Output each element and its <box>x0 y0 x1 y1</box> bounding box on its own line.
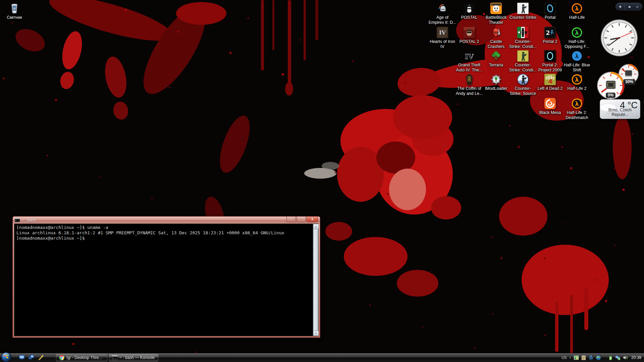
minimize-button[interactable]: — <box>286 217 296 222</box>
desktop-icon-half-life[interactable]: λHalf-Life <box>564 3 590 20</box>
clock-gadget[interactable] <box>600 19 638 57</box>
desktop-icon-age-of-empires[interactable]: Age ofEmpires II: D... <box>429 3 455 25</box>
desktop-icon-portal-2[interactable]: 2Portal 2 <box>537 27 563 44</box>
counter-strike-icon <box>517 3 529 14</box>
half-life-2-icon: λ2 <box>571 74 583 85</box>
desktop-icon-battleblock-theater[interactable]: BattleBlockTheater <box>483 3 509 25</box>
desktop-icon-left-4-dead-2[interactable]: 4Left 4 Dead 2 <box>537 74 563 91</box>
ram-usage-value: 30% <box>623 79 635 84</box>
maximize-button[interactable]: □ <box>297 217 306 222</box>
taskbar-button-konsole[interactable]: C:\~ : bash — Konsole <box>109 354 158 361</box>
desktop: Смітник Age ofEmpires II: D...POSTALBatt… <box>0 0 644 362</box>
svg-text:2: 2 <box>580 75 582 78</box>
update-orb-icon[interactable] <box>596 355 601 360</box>
hearts-of-iron-4-icon: IV <box>437 27 448 38</box>
cpu-usage-value: 0% <box>606 93 615 98</box>
hl-opposing-force-icon: λ <box>571 27 583 38</box>
brush-icon[interactable] <box>38 354 44 360</box>
desktop-icon-portal[interactable]: Portal <box>537 3 563 20</box>
svg-text:λ: λ <box>575 53 579 60</box>
desktop-icon-castle-crashers[interactable]: CastleCrashers <box>483 27 509 49</box>
weather-location: Brno, Czech Republ... <box>600 108 640 117</box>
cpu-meter-gadget[interactable]: 0% 30% <box>592 60 643 101</box>
desktop-icon-label: Black Mesa <box>539 110 561 115</box>
desktop-icon-hl-blue-shift[interactable]: λHalf-Life: BlueShift <box>564 50 590 73</box>
desktop-icon-counter-strike[interactable]: Counter-Strike <box>510 3 536 20</box>
scrollbar-thumb[interactable] <box>314 229 318 331</box>
hl-blue-shift-icon: λ <box>571 50 583 62</box>
desktop-icon-label: The Coffin ofAndy and Le... <box>456 86 483 96</box>
quick-launch-area <box>19 354 44 360</box>
desktop-icon-label: POSTAL 2 <box>460 39 479 44</box>
cs-source-icon <box>517 74 529 85</box>
terminal-lines: [nomadnomaxx@archlinux ~]$ uname -aLinux… <box>16 225 312 241</box>
desktop-icon-terraria[interactable]: Terraria <box>483 50 509 68</box>
desktop-icon-hl2-deathmatch[interactable]: λ2Half-Life 2:Deathmatch <box>564 98 590 120</box>
svg-text:4: 4 <box>548 78 553 85</box>
desktop-icon-label: Counter-Strike <box>509 15 537 20</box>
gadget-controls: + ◀ ▶ <box>615 3 642 10</box>
desktop-icon-half-life-2[interactable]: λ2Half-Life 2 <box>564 74 590 91</box>
desktop-icon-label: Portal 2 <box>543 39 557 44</box>
desktop-icon-label: POSTAL <box>461 15 477 20</box>
volume-icon[interactable] <box>623 355 628 360</box>
terminal-scrollbar[interactable]: ▲ ▼ <box>313 224 318 336</box>
konsole-window-icon: C:\ <box>15 218 20 223</box>
pixel-robot-icon[interactable] <box>588 355 594 360</box>
desktop-icon-cs-source[interactable]: Counter-Strike: Source <box>510 74 536 96</box>
desktop-icon-gta-4[interactable]: IVGrand TheftAuto IV: The... <box>456 50 482 73</box>
network-icon[interactable] <box>615 355 621 360</box>
desktop-icon-portal-2-project-2009[interactable]: Portal 2:Project 2009 <box>537 50 563 73</box>
start-button[interactable] <box>1 352 11 362</box>
konsole-titlebar[interactable]: C:\ ~ : bash — □ X <box>13 217 320 224</box>
clipboard-icon[interactable] <box>581 355 586 360</box>
keyboard-layout-indicator[interactable]: US <box>561 356 567 360</box>
desktop-icon-label: Age ofEmpires II: D... <box>429 15 457 25</box>
age-of-empires-icon <box>437 3 448 14</box>
taskbar-button-chrome[interactable]: /g/ - Desktop Thread... <box>56 354 107 361</box>
desktop-icon-label: Portal 2:Project 2009 <box>538 63 562 73</box>
coffin-andy-leyley-icon <box>464 74 475 85</box>
add-gadget-button[interactable]: + <box>616 4 625 9</box>
weather-gadget[interactable]: 4 °C Brno, Czech Republ... <box>600 99 640 119</box>
hl2-deathmatch-icon: λ2 <box>571 98 583 109</box>
terminal-output-area[interactable]: [nomadnomaxx@archlinux ~]$ uname -aLinux… <box>14 224 319 336</box>
scroll-up-arrow[interactable]: ▲ <box>313 224 319 229</box>
konsole-icon: C:\ <box>112 355 117 360</box>
portal-2-icon: 2 <box>544 27 556 38</box>
desktop-icon-tmodloader[interactable]: tModLoader <box>483 74 509 91</box>
desktop-icon-black-mesa[interactable]: Black Mesa <box>537 98 563 115</box>
desktop-icon-coffin-andy-leyley[interactable]: The Coffin ofAndy and Le... <box>456 74 482 96</box>
desktop-icon-label: Portal <box>545 15 556 20</box>
desktop-icon-postal-2[interactable]: POSTAL 2 <box>456 27 482 44</box>
analog-clock-icon <box>600 19 638 57</box>
scroll-down-arrow[interactable]: ▼ <box>313 331 319 336</box>
show-desktop-icon[interactable] <box>19 354 25 360</box>
konsole-window-title: ~ : bash <box>21 218 36 223</box>
desktop-icon-hearts-of-iron-4[interactable]: IVHearts of IronIV <box>429 27 455 49</box>
desktop-icon-hl-opposing-force[interactable]: λHalf-Life:Opposing F... <box>564 27 590 49</box>
trash-shortcut[interactable]: Смітник <box>1 3 28 20</box>
chrome-icon <box>59 355 64 360</box>
desktop-icon-cs-condition-zero-2[interactable]: Counter-Strike: Condi... <box>510 50 536 73</box>
desktop-icon-cs-condition-zero[interactable]: Counter-Strike: Condi... <box>510 27 536 49</box>
black-mesa-icon <box>544 98 556 109</box>
desktop-icon-postal[interactable]: POSTAL <box>456 3 482 20</box>
tray-collapse-chevron-icon[interactable]: ‹ <box>570 355 571 360</box>
window-switcher-icon[interactable] <box>28 354 34 360</box>
gadget-prev-button[interactable]: ◀ <box>625 5 634 8</box>
screenshot-icon[interactable] <box>574 355 579 360</box>
svg-text:IV: IV <box>465 52 474 61</box>
gadget-next-button[interactable]: ▶ <box>634 5 642 8</box>
konsole-window: C:\ ~ : bash — □ X [nomadnomaxx@archlinu… <box>12 216 320 338</box>
postal-icon <box>464 3 475 14</box>
desktop-icon-label: Half-Life 2 <box>568 86 587 91</box>
close-button[interactable]: X <box>307 217 318 222</box>
svg-text:IV: IV <box>439 29 446 36</box>
taskbar-clock[interactable]: 20:39 <box>631 355 641 360</box>
power-plug-icon[interactable] <box>608 355 613 360</box>
svg-text:λ: λ <box>575 5 579 12</box>
cs-condition-zero-icon <box>517 27 529 38</box>
desktop-icon-label: Counter-Strike: Condi... <box>509 39 537 49</box>
terminal-line: [nomadnomaxx@archlinux ~]$ <box>16 236 312 241</box>
